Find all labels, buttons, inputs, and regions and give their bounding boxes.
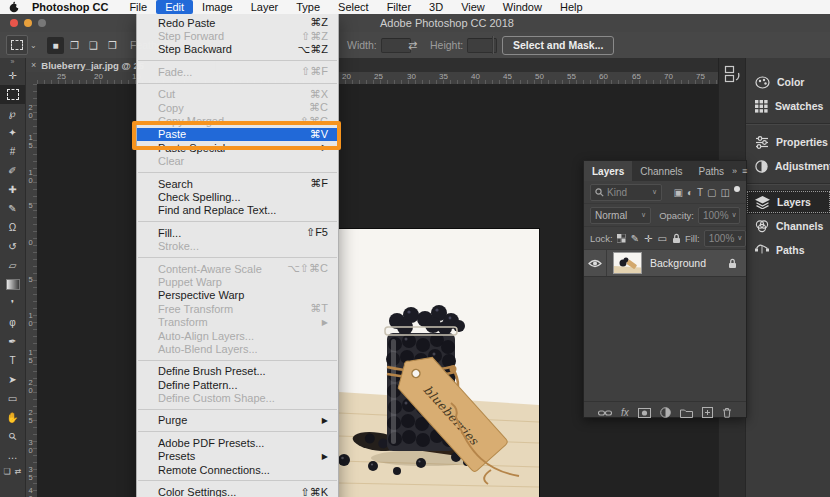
dock-item-layers[interactable]: Layers (746, 190, 830, 214)
layer-style-fx-icon[interactable]: fx (621, 407, 629, 418)
move-tool[interactable]: ✛ (0, 66, 25, 85)
filter-adjustment-layers-icon[interactable]: ◐ (687, 187, 693, 198)
swap-colors-icon[interactable]: ⇄ (15, 467, 22, 476)
zoom-tool[interactable]: ⚲ (0, 427, 25, 446)
dock-item-color[interactable]: Color (746, 70, 830, 94)
eyedropper-tool[interactable]: ✐ (0, 161, 25, 180)
crop-tool[interactable]: # (0, 142, 25, 161)
lock-position-icon[interactable]: ✛ (644, 233, 652, 244)
subtract-from-selection-button[interactable]: ❑ (85, 37, 102, 54)
menu-item-check-spelling[interactable]: Check Spelling... (137, 190, 338, 203)
panel-tab-paths[interactable]: Paths (691, 161, 733, 181)
menu-item-step-backward[interactable]: Step Backward⌥⌘Z (137, 43, 338, 56)
menu-item-find-and-replace-text[interactable]: Find and Replace Text... (137, 204, 338, 217)
menu-item-remote-connections[interactable]: Remote Connections... (137, 463, 338, 476)
menu-item-define-pattern[interactable]: Define Pattern... (137, 378, 338, 391)
swap-dimensions-icon[interactable]: ⇄ (408, 39, 417, 52)
menubar-item-help[interactable]: Help (551, 0, 592, 14)
dodge-tool[interactable]: φ (0, 313, 25, 332)
path-selection-tool[interactable]: ➤ (0, 370, 25, 389)
lock-all-icon[interactable] (672, 233, 681, 244)
history-brush-tool[interactable]: ↺ (0, 237, 25, 256)
app-menu-name[interactable]: Photoshop CC (30, 1, 120, 13)
hand-tool[interactable]: ✋ (0, 408, 25, 427)
filter-smart-objects-icon[interactable]: ◫ (721, 187, 730, 198)
menu-item-color-settings[interactable]: Color Settings...⇧⌘K (137, 485, 338, 497)
blur-tool[interactable]: ❜ (0, 294, 25, 313)
toolbar-collapse-icon[interactable]: » (0, 58, 25, 66)
layer-name[interactable]: Background (650, 257, 706, 269)
dock-item-swatches[interactable]: Swatches (746, 94, 830, 118)
edit-toolbar-button[interactable]: … (0, 446, 25, 465)
filter-shape-layers-icon[interactable]: ▢ (707, 187, 716, 198)
delete-layer-icon[interactable] (722, 407, 732, 418)
layer-row-background[interactable]: Background (584, 250, 746, 277)
panel-menu-icon[interactable]: ≡ (742, 166, 747, 176)
lock-artboard-icon[interactable]: ▭ (658, 233, 667, 244)
apple-menu[interactable] (0, 1, 30, 13)
menubar-item-window[interactable]: Window (494, 0, 551, 14)
add-to-selection-button[interactable]: ❐ (66, 37, 83, 54)
layer-thumbnail[interactable] (613, 252, 642, 274)
menu-item-purge[interactable]: Purge▶ (137, 414, 338, 427)
new-group-icon[interactable] (680, 408, 693, 418)
menubar-item-type[interactable]: Type (287, 0, 329, 14)
menubar-item-image[interactable]: Image (193, 0, 242, 14)
panel-collapse-icon[interactable]: » (732, 166, 737, 176)
filter-toggle-icon[interactable] (734, 186, 740, 192)
new-selection-button[interactable]: ■ (47, 37, 64, 54)
default-colors-icon[interactable]: ❏ (4, 467, 11, 476)
filter-pixel-layers-icon[interactable]: ▣ (673, 187, 682, 198)
rectangular-marquee-tool[interactable] (0, 85, 25, 104)
menu-item-fill[interactable]: Fill...⇧F5 (137, 226, 338, 239)
panel-tab-layers[interactable]: Layers (584, 161, 632, 181)
dock-item-properties[interactable]: Properties (746, 130, 830, 154)
blend-mode-select[interactable]: Normal∨ (590, 207, 651, 224)
link-layers-icon[interactable] (598, 409, 612, 417)
menubar-item-select[interactable]: Select (329, 0, 378, 14)
type-tool[interactable]: T (0, 351, 25, 370)
dock-item-adjustments[interactable]: Adjustments (746, 154, 830, 178)
menu-item-redo-paste[interactable]: Redo Paste⌘Z (137, 16, 338, 29)
menu-item-paste[interactable]: Paste⌘V (137, 128, 338, 141)
eraser-tool[interactable]: ▱ (0, 256, 25, 275)
menubar-item-3d[interactable]: 3D (420, 0, 452, 14)
panel-tab-channels[interactable]: Channels (632, 161, 690, 181)
menubar-item-view[interactable]: View (452, 0, 494, 14)
lock-image-pixels-icon[interactable]: ✎ (631, 233, 639, 244)
layer-visibility-eye-icon[interactable] (584, 250, 607, 276)
menubar-item-file[interactable]: File (120, 0, 156, 14)
menubar-item-filter[interactable]: Filter (378, 0, 420, 14)
zoom-button[interactable] (38, 19, 46, 27)
new-adjustment-layer-icon[interactable] (660, 407, 671, 418)
menu-item-search[interactable]: Search⌘F (137, 177, 338, 190)
clone-stamp-tool[interactable]: Ω (0, 218, 25, 237)
add-layer-mask-icon[interactable] (638, 408, 651, 418)
menu-item-presets[interactable]: Presets▶ (137, 450, 338, 463)
menu-item-adobe-pdf-presets[interactable]: Adobe PDF Presets... (137, 436, 338, 449)
document-canvas-image[interactable]: blueberries (338, 228, 540, 497)
menu-item-define-brush-preset[interactable]: Define Brush Preset... (137, 365, 338, 378)
minimize-button[interactable] (24, 19, 32, 27)
quick-selection-tool[interactable]: ✦ (0, 123, 25, 142)
pen-tool[interactable]: ✒ (0, 332, 25, 351)
filter-kind-select[interactable]: Kind ∨ (590, 184, 662, 201)
brush-tool[interactable]: ✎ (0, 199, 25, 218)
dock-item-paths[interactable]: Paths (746, 238, 830, 262)
new-layer-icon[interactable] (702, 407, 713, 418)
opacity-select[interactable]: 100%∨ (698, 207, 740, 224)
tab-close-icon[interactable]: × (25, 60, 41, 70)
filter-type-layers-icon[interactable]: T (697, 187, 703, 198)
lasso-tool[interactable]: ℘ (0, 104, 25, 123)
lock-transparent-pixels-icon[interactable] (617, 234, 626, 243)
menubar-item-layer[interactable]: Layer (242, 0, 288, 14)
menu-item-paste-special[interactable]: Paste Special▶ (137, 141, 338, 154)
collapsed-panel-icon[interactable] (724, 65, 741, 84)
width-input[interactable] (381, 38, 411, 53)
tool-preset-chevron-icon[interactable]: ⌄ (30, 41, 37, 50)
gradient-tool[interactable] (0, 275, 25, 294)
menubar-item-edit[interactable]: Edit (156, 0, 193, 14)
spot-healing-brush-tool[interactable]: ✚ (0, 180, 25, 199)
close-button[interactable] (10, 19, 18, 27)
select-and-mask-button[interactable]: Select and Mask... (502, 36, 614, 55)
